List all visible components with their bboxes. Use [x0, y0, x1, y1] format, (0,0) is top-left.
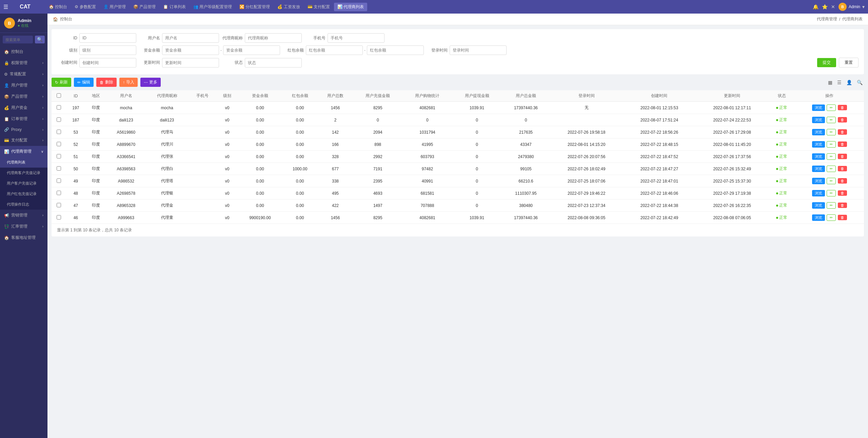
nav-products[interactable]: 📦 产品管理: [130, 3, 159, 11]
reset-button[interactable]: 重置: [839, 58, 859, 68]
filter-level-input[interactable]: [79, 45, 136, 55]
delete-row-button[interactable]: 🗑: [838, 215, 847, 220]
nav-agent-list[interactable]: 📊 代理商列表: [334, 3, 367, 11]
sidebar-item-funds[interactable]: 💰 用户资金 ›: [0, 102, 47, 113]
view-button[interactable]: 浏览: [812, 117, 825, 123]
sidebar-item-config[interactable]: ⚙ 常规配置 ›: [0, 69, 47, 80]
filter-redpacket-min[interactable]: [306, 45, 363, 55]
edit-row-button[interactable]: ✏: [827, 214, 836, 221]
breadcrumb-home[interactable]: 控制台: [60, 16, 72, 22]
edit-row-button[interactable]: ✏: [827, 129, 836, 135]
nav-salary[interactable]: 💰 工资发放: [274, 3, 303, 11]
nav-dashboard[interactable]: 🏠 控制台: [45, 3, 71, 11]
delete-row-button[interactable]: 🗑: [838, 105, 847, 110]
delete-row-button[interactable]: 🗑: [838, 203, 847, 208]
row-select-checkbox[interactable]: [57, 178, 61, 183]
filter-balance-min[interactable]: [162, 45, 219, 55]
delete-row-button[interactable]: 🗑: [838, 117, 847, 122]
view-button[interactable]: 浏览: [812, 104, 825, 111]
nav-users[interactable]: 👤 用户管理: [100, 3, 129, 11]
row-select-checkbox[interactable]: [57, 117, 61, 122]
nav-orders[interactable]: 📋 订单列表: [160, 3, 189, 11]
delete-row-button[interactable]: 🗑: [838, 129, 847, 135]
view-button[interactable]: 浏览: [812, 141, 825, 148]
delete-row-button[interactable]: 🗑: [838, 154, 847, 159]
search-button[interactable]: 🔍: [35, 36, 45, 43]
row-select-checkbox[interactable]: [57, 105, 61, 110]
delete-row-button[interactable]: 🗑: [838, 190, 847, 196]
view-button[interactable]: 浏览: [812, 214, 825, 221]
sidebar-item-agent-log[interactable]: 代理操作日志: [0, 199, 47, 210]
nav-payment[interactable]: 💳 支付配置: [304, 3, 333, 11]
delete-button[interactable]: 🗑 删除: [96, 78, 117, 87]
sidebar-item-user-recharge[interactable]: 用户客户充值记录: [0, 178, 47, 189]
delete-row-button[interactable]: 🗑: [838, 166, 847, 171]
search-table-icon[interactable]: 🔍: [855, 78, 864, 87]
filter-status-input[interactable]: [245, 58, 302, 68]
filter-redpacket-max[interactable]: [367, 45, 424, 55]
edit-row-button[interactable]: ✏: [827, 190, 836, 196]
view-button[interactable]: 浏览: [812, 202, 825, 209]
edit-row-button[interactable]: ✏: [827, 117, 836, 123]
row-select-checkbox[interactable]: [57, 203, 61, 207]
filter-balance-max[interactable]: [223, 45, 280, 55]
sidebar-item-agent-mgmt[interactable]: 📊 代理商管理 ∨: [0, 146, 47, 157]
row-select-checkbox[interactable]: [57, 142, 61, 146]
view-button[interactable]: 浏览: [812, 178, 825, 184]
import-button[interactable]: ↑ 导入: [119, 78, 138, 87]
bell-icon[interactable]: 🔔: [813, 4, 818, 9]
sidebar-item-agent-recharge[interactable]: 代理商客户充值记录: [0, 168, 47, 178]
edit-row-button[interactable]: ✏: [827, 166, 836, 172]
sidebar-item-orders[interactable]: 📋 订单管理 ›: [0, 113, 47, 125]
list-view-icon[interactable]: ☰: [836, 78, 843, 87]
submit-button[interactable]: 提交: [817, 58, 836, 67]
filter-update-time-input[interactable]: [162, 58, 219, 68]
filter-username-input[interactable]: [162, 33, 219, 43]
filter-id-input[interactable]: [79, 33, 136, 43]
sidebar-item-marketing[interactable]: 📢 营销管理 ›: [0, 210, 47, 221]
more-button[interactable]: ⋯ 更多: [140, 78, 161, 87]
edit-row-button[interactable]: ✏: [827, 153, 836, 160]
sidebar-item-dashboard[interactable]: 🏠 控制台: [0, 46, 47, 57]
view-button[interactable]: 浏览: [812, 129, 825, 135]
hamburger-icon[interactable]: ☰: [3, 4, 8, 10]
sidebar-item-payment[interactable]: 💳 支付配置 ›: [0, 135, 47, 146]
sidebar-item-proxy[interactable]: 🔗 Proxy ›: [0, 125, 47, 135]
search-input[interactable]: [3, 36, 33, 43]
sidebar-item-exchange[interactable]: 💱 汇率管理 ›: [0, 221, 47, 232]
sidebar-item-users[interactable]: 👤 用户管理 ›: [0, 80, 47, 91]
star-icon[interactable]: ⭐: [822, 4, 828, 9]
view-button[interactable]: 浏览: [812, 166, 825, 172]
sidebar-item-agent-list[interactable]: 代理商列表: [0, 157, 47, 168]
row-select-checkbox[interactable]: [57, 191, 61, 195]
sidebar-item-permission[interactable]: 🔒 权限管理 ›: [0, 57, 47, 69]
row-select-checkbox[interactable]: [57, 154, 61, 158]
filter-agent-name-input[interactable]: [245, 33, 302, 43]
edit-row-button[interactable]: ✏: [827, 178, 836, 184]
select-all-checkbox[interactable]: [57, 93, 61, 98]
view-button[interactable]: 浏览: [812, 153, 825, 160]
row-select-checkbox[interactable]: [57, 215, 61, 220]
filter-create-time-input[interactable]: [79, 58, 136, 68]
sidebar-item-user-redpacket[interactable]: 用户红包充值记录: [0, 189, 47, 199]
filter-phone-input[interactable]: [328, 33, 384, 43]
edit-row-button[interactable]: ✏: [827, 202, 836, 209]
grid-view-icon[interactable]: ▦: [827, 78, 834, 87]
nav-params[interactable]: ⚙ 参数配置: [71, 3, 99, 11]
nav-user-level[interactable]: 👥 用户等级配置管理: [190, 3, 235, 11]
delete-row-button[interactable]: 🗑: [838, 178, 847, 184]
admin-dropdown-icon[interactable]: ▾: [862, 4, 865, 9]
edit-row-button[interactable]: ✏: [827, 104, 836, 111]
view-button[interactable]: 浏览: [812, 190, 825, 196]
row-select-checkbox[interactable]: [57, 130, 61, 134]
close-icon[interactable]: ✕: [831, 4, 835, 9]
sidebar-item-service[interactable]: 🏠 客服地址管理: [0, 232, 47, 243]
nav-bonus[interactable]: 🔀 分红配置管理: [236, 3, 273, 11]
column-toggle-icon[interactable]: 👤: [845, 78, 853, 87]
refresh-button[interactable]: ↻ 刷新: [52, 78, 71, 87]
filter-login-time-input[interactable]: [450, 45, 507, 55]
edit-row-button[interactable]: ✏: [827, 141, 836, 148]
edit-button[interactable]: ✏ 编辑: [74, 78, 94, 87]
delete-row-button[interactable]: 🗑: [838, 141, 847, 147]
row-select-checkbox[interactable]: [57, 166, 61, 171]
